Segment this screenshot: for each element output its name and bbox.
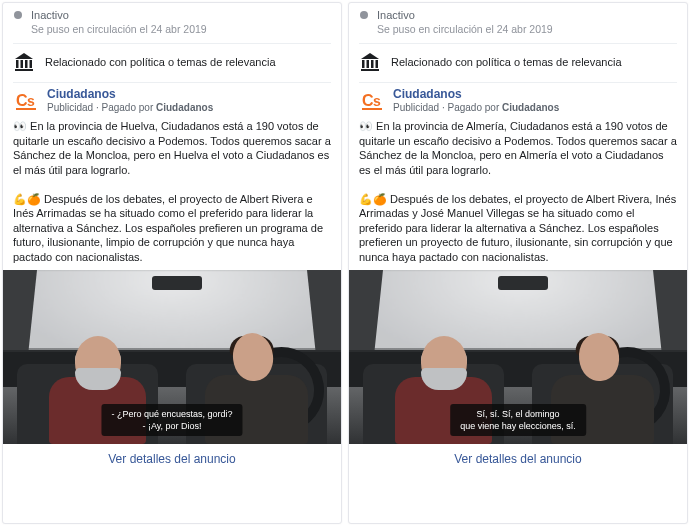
circulation-date: Se puso en circulación el 24 abr 2019 <box>377 23 677 35</box>
paid-prefix: Pagado por <box>102 102 154 113</box>
svg-rect-19 <box>362 108 382 110</box>
ad-media-video[interactable]: - ¿Pero qué encuestas, gordi? - ¡Ay, por… <box>3 270 341 444</box>
author-meta: Ciudadanos Publicidad · Pagado por Ciuda… <box>47 87 213 113</box>
svg-rect-4 <box>30 60 33 68</box>
status-label: Inactivo <box>31 9 69 21</box>
page-logo[interactable]: C s <box>359 87 385 113</box>
see-ad-details-link[interactable]: Ver detalles del anuncio <box>3 444 341 474</box>
svg-rect-5 <box>15 69 33 71</box>
see-ad-details-link[interactable]: Ver detalles del anuncio <box>349 444 687 474</box>
inactive-dot-icon <box>13 10 23 20</box>
author-row: C s Ciudadanos Publicidad · Pagado por C… <box>349 83 687 117</box>
svg-rect-9 <box>16 108 36 110</box>
related-topic-label: Relacionado con política o temas de rele… <box>391 56 622 68</box>
svg-rect-1 <box>16 60 19 68</box>
ad-media-video[interactable]: Sí, sí. Sí, el domingo que viene hay ele… <box>349 270 687 444</box>
svg-rect-14 <box>376 60 379 68</box>
author-row: C s Ciudadanos Publicidad · Pagado por C… <box>3 83 341 117</box>
page-name-link[interactable]: Ciudadanos <box>393 87 559 101</box>
author-meta: Ciudadanos Publicidad · Pagado por Ciuda… <box>393 87 559 113</box>
circulation-date: Se puso en circulación el 24 abr 2019 <box>31 23 331 35</box>
paid-by: Ciudadanos <box>156 102 213 113</box>
svg-rect-11 <box>362 60 365 68</box>
ad-body-text: 👀 En la provincia de Huelva, Ciudadanos … <box>3 117 341 270</box>
page-name-link[interactable]: Ciudadanos <box>47 87 213 101</box>
status-line: Inactivo <box>13 9 331 21</box>
inactive-dot-icon <box>359 10 369 20</box>
politics-topic-icon <box>13 52 35 72</box>
related-topic-label: Relacionado con política o temas de rele… <box>45 56 276 68</box>
svg-rect-12 <box>367 60 370 68</box>
status-section: Inactivo Se puso en circulación el 24 ab… <box>3 3 341 39</box>
politics-topic-icon <box>359 52 381 72</box>
ad-card: Inactivo Se puso en circulación el 24 ab… <box>348 2 688 524</box>
status-label: Inactivo <box>377 9 415 21</box>
svg-text:s: s <box>373 93 381 109</box>
paid-line: Publicidad · Pagado por Ciudadanos <box>47 102 213 113</box>
related-row: Relacionado con política o temas de rele… <box>3 44 341 78</box>
svg-text:s: s <box>27 93 35 109</box>
svg-rect-2 <box>21 60 24 68</box>
related-row: Relacionado con política o temas de rele… <box>349 44 687 78</box>
ad-body-text: 👀 En la provincia de Almería, Ciudadanos… <box>349 117 687 270</box>
svg-rect-13 <box>371 60 374 68</box>
svg-point-0 <box>14 11 22 19</box>
svg-rect-15 <box>361 69 379 71</box>
video-caption: Sí, sí. Sí, el domingo que viene hay ele… <box>450 404 586 436</box>
paid-by: Ciudadanos <box>502 102 559 113</box>
svg-rect-3 <box>25 60 28 68</box>
ad-tag: Publicidad <box>47 102 93 113</box>
status-section: Inactivo Se puso en circulación el 24 ab… <box>349 3 687 39</box>
page-logo[interactable]: C s <box>13 87 39 113</box>
svg-point-10 <box>360 11 368 19</box>
video-caption: - ¿Pero qué encuestas, gordi? - ¡Ay, por… <box>101 404 242 436</box>
status-line: Inactivo <box>359 9 677 21</box>
ad-card: Inactivo Se puso en circulación el 24 ab… <box>2 2 342 524</box>
ad-tag: Publicidad <box>393 102 439 113</box>
paid-prefix: Pagado por <box>448 102 500 113</box>
paid-line: Publicidad · Pagado por Ciudadanos <box>393 102 559 113</box>
